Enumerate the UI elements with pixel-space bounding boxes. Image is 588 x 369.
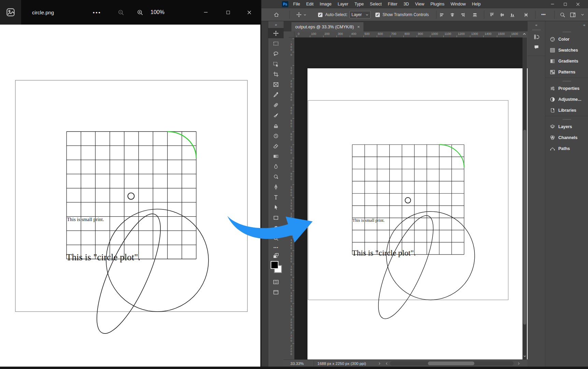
panel-tab-swatches[interactable]: Swatches: [545, 45, 588, 56]
tool-dodge[interactable]: [268, 172, 284, 182]
menu-type[interactable]: Type: [352, 0, 367, 8]
viewer-close-button[interactable]: [242, 0, 257, 25]
viewer-more-button[interactable]: •••: [93, 0, 101, 25]
h-scroll-right-arrow[interactable]: [517, 360, 520, 367]
tool-object-selection[interactable]: [268, 59, 284, 69]
tool-history-brush[interactable]: [268, 131, 284, 141]
menu-plugins[interactable]: Plugins: [427, 0, 447, 8]
panel-tab-adjustme[interactable]: Adjustme...: [545, 94, 588, 105]
tool-clone-stamp[interactable]: [268, 120, 284, 131]
menu-select[interactable]: Select: [367, 0, 385, 8]
auto-select-target-select[interactable]: Layer: [349, 8, 371, 21]
tool-frame[interactable]: [268, 79, 284, 90]
foreground-color-swatch[interactable]: [271, 261, 278, 269]
ps-minimize-button[interactable]: [547, 0, 558, 8]
menu-view[interactable]: View: [412, 0, 427, 8]
align-middle-button[interactable]: [500, 8, 505, 21]
tab-close-button[interactable]: ×: [357, 24, 360, 29]
panel-tab-properties[interactable]: Properties: [545, 83, 588, 94]
quick-mask-icon: [273, 279, 279, 285]
align-middle-icon: [500, 12, 505, 17]
align-right-button[interactable]: [460, 8, 465, 21]
tool-blur[interactable]: [268, 161, 284, 172]
zoom-out-button[interactable]: [115, 0, 127, 25]
panel-tab-libraries[interactable]: Libraries: [545, 105, 588, 116]
auto-select-checkbox[interactable]: ✓: [318, 8, 322, 21]
horizontal-scrollbar[interactable]: [390, 361, 514, 366]
menu-3d[interactable]: 3D: [400, 0, 412, 8]
screen-mode-button[interactable]: [268, 287, 284, 297]
distribute-vertical-icon: [524, 12, 529, 17]
status-doc-info[interactable]: 1688 px x 2250 px (300 ppi): [317, 360, 366, 367]
ps-maximize-button[interactable]: [560, 0, 570, 8]
image-viewer-window: circle.png ••• 100%: [0, 0, 260, 367]
ruler-tick: [292, 303, 295, 304]
menu-help[interactable]: Help: [469, 0, 484, 8]
tool-crop[interactable]: [268, 69, 284, 79]
panel-icon-history[interactable]: [528, 32, 545, 42]
panel-tab-channels[interactable]: Channels: [545, 132, 588, 143]
tool-marquee[interactable]: [268, 38, 284, 49]
menu-image[interactable]: Image: [317, 0, 335, 8]
workspace-switcher-button[interactable]: [570, 8, 576, 21]
vertical-scrollbar-thumb[interactable]: [523, 130, 526, 325]
tool-eyedropper[interactable]: [268, 90, 284, 100]
panel-tab-patterns[interactable]: Patterns: [545, 67, 588, 78]
tool-eraser[interactable]: [268, 141, 284, 151]
menu-filter[interactable]: Filter: [385, 0, 401, 8]
dock-collapse-button[interactable]: «: [528, 21, 545, 29]
align-top-icon: [489, 12, 494, 17]
align-bottom-button[interactable]: [510, 8, 515, 21]
viewer-minimize-button[interactable]: [198, 0, 213, 25]
tool-gradient[interactable]: [268, 151, 284, 161]
move-tool-preset[interactable]: [296, 8, 306, 21]
ruler-label: 500: [364, 32, 370, 36]
horizontal-scrollbar-thumb[interactable]: [428, 361, 474, 365]
menu-file[interactable]: File: [290, 0, 303, 8]
divider: [484, 11, 484, 19]
scrollbar-chevron[interactable]: [523, 355, 526, 358]
tool-pen[interactable]: [268, 182, 284, 192]
document-tab[interactable]: output.eps @ 33.3% (CMYK/8) ×: [291, 22, 363, 31]
quick-mask-button[interactable]: [268, 277, 284, 287]
tool-brush[interactable]: [268, 110, 284, 120]
distribute-horizontal-button[interactable]: [472, 8, 477, 21]
panel-tab-layers[interactable]: Layers: [545, 121, 588, 132]
menu-window[interactable]: Window: [447, 0, 469, 8]
show-transform-checkbox[interactable]: ✓: [375, 8, 380, 21]
photos-app-icon[interactable]: [0, 0, 21, 25]
panel-tab-gradients[interactable]: Gradients: [545, 56, 588, 67]
status-info-chevron[interactable]: [378, 360, 381, 367]
status-zoom-level[interactable]: 33.33%: [290, 360, 304, 367]
chevron-down-icon: [523, 355, 526, 358]
align-top-button[interactable]: [489, 8, 494, 21]
panel-label: Paths: [558, 146, 570, 151]
zoom-in-button[interactable]: [134, 0, 146, 25]
tool-healing-brush[interactable]: [268, 100, 284, 110]
dock-collapse-button[interactable]: «: [545, 21, 588, 29]
workspace-chevron[interactable]: [581, 8, 584, 21]
panel-tab-paths[interactable]: Paths: [545, 143, 588, 154]
panel-tab-color[interactable]: Color: [545, 34, 588, 45]
viewer-maximize-button[interactable]: [220, 0, 235, 25]
viewer-image-area: [0, 25, 260, 367]
viewer-zoom-level[interactable]: 100%: [150, 0, 164, 25]
tool-move[interactable]: [268, 28, 284, 38]
vertical-scrollbar[interactable]: [522, 38, 527, 359]
menu-layer[interactable]: Layer: [334, 0, 351, 8]
menu-edit[interactable]: Edit: [303, 0, 317, 8]
ps-close-button[interactable]: [573, 0, 583, 8]
foreground-background-colors[interactable]: [268, 260, 284, 277]
options-more-button[interactable]: •••: [541, 8, 546, 21]
tool-lasso[interactable]: [268, 49, 284, 59]
distribute-vertical-button[interactable]: [524, 8, 529, 21]
home-button[interactable]: [274, 8, 279, 21]
minimize-icon: [203, 10, 208, 15]
align-center-button[interactable]: [450, 8, 455, 21]
align-left-button[interactable]: [440, 8, 445, 21]
ruler-collapse-button[interactable]: [522, 32, 526, 36]
h-scroll-left-arrow[interactable]: [385, 360, 388, 367]
search-button[interactable]: [560, 8, 565, 21]
toolbar-expand-button[interactable]: »: [268, 21, 284, 28]
panel-icon-comments[interactable]: [528, 42, 545, 52]
